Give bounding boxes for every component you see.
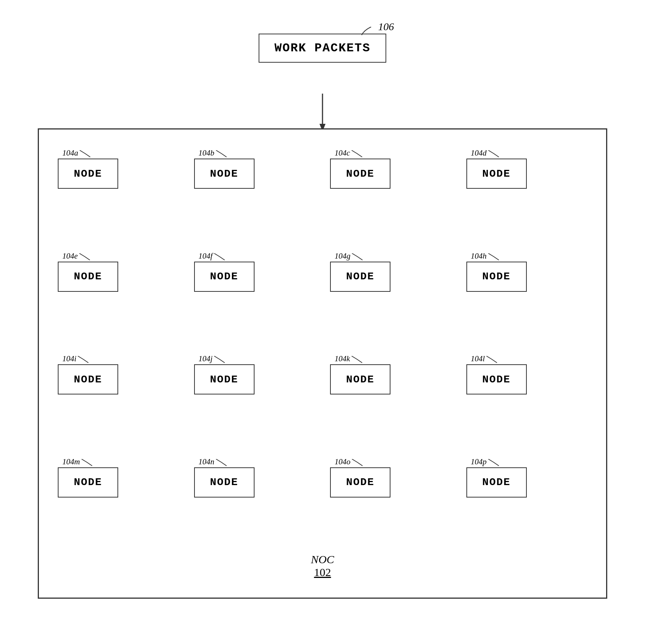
- node-cell-104g: 104gNODE: [326, 248, 455, 343]
- node-box-104b: NODE: [194, 159, 255, 189]
- node-ref-104k: 104k: [335, 354, 350, 364]
- noc-label: NOC 102: [311, 553, 334, 579]
- noc-text: NOC: [311, 553, 334, 566]
- node-ref-104l: 104l: [471, 354, 485, 364]
- curve-104o: [351, 459, 363, 467]
- node-box-104k: NODE: [330, 364, 390, 394]
- node-cell-104o: 104oNODE: [326, 453, 455, 549]
- work-packets-box: WORK PACKETS: [259, 34, 386, 63]
- ref-curve-106: [360, 27, 383, 35]
- connector-arrow: [319, 94, 326, 131]
- node-ref-104e: 104e: [62, 251, 78, 261]
- curve-104n: [215, 459, 227, 467]
- node-inner-104e: 104eNODE: [58, 251, 118, 292]
- node-ref-104d: 104d: [471, 148, 487, 158]
- node-inner-104h: 104hNODE: [466, 251, 527, 292]
- curve-104p: [488, 459, 500, 467]
- nodes-grid: 104aNODE104bNODE104cNODE104dNODE104eNODE…: [54, 145, 591, 548]
- node-inner-104f: 104fNODE: [194, 251, 255, 292]
- node-inner-104l: 104lNODE: [466, 354, 527, 394]
- node-cell-104m: 104mNODE: [54, 453, 183, 549]
- node-box-104e: NODE: [58, 262, 118, 292]
- curve-104d: [488, 150, 500, 158]
- node-cell-104j: 104jNODE: [190, 350, 319, 446]
- noc-ref: 102: [311, 566, 334, 579]
- node-inner-104p: 104pNODE: [466, 457, 527, 498]
- node-cell-104p: 104pNODE: [463, 453, 591, 549]
- curve-104b: [215, 150, 227, 158]
- node-box-104c: NODE: [330, 159, 390, 189]
- node-cell-104b: 104bNODE: [190, 145, 319, 240]
- node-inner-104j: 104jNODE: [194, 354, 255, 394]
- node-ref-104i: 104i: [62, 354, 76, 364]
- node-box-104l: NODE: [466, 364, 527, 394]
- node-ref-104h: 104h: [471, 251, 487, 261]
- node-box-104j: NODE: [194, 364, 255, 394]
- node-cell-104f: 104fNODE: [190, 248, 319, 343]
- node-ref-104a: 104a: [62, 148, 78, 158]
- curve-104l: [486, 356, 498, 364]
- curve-104e: [79, 253, 91, 261]
- node-cell-104n: 104nNODE: [190, 453, 319, 549]
- node-cell-104e: 104eNODE: [54, 248, 183, 343]
- node-box-104d: NODE: [466, 159, 527, 189]
- node-ref-104g: 104g: [335, 251, 350, 261]
- arrow-down: [319, 94, 326, 133]
- node-inner-104o: 104oNODE: [330, 457, 390, 498]
- node-ref-104m: 104m: [62, 457, 80, 467]
- curve-104m: [81, 459, 93, 467]
- curve-104h: [488, 253, 500, 261]
- node-inner-104n: 104nNODE: [194, 457, 255, 498]
- curve-104k: [351, 356, 363, 364]
- node-box-104m: NODE: [58, 467, 118, 498]
- curve-104j: [213, 356, 225, 364]
- node-inner-104k: 104kNODE: [330, 354, 390, 394]
- node-ref-104c: 104c: [335, 148, 350, 158]
- node-box-104p: NODE: [466, 467, 527, 498]
- node-ref-104n: 104n: [199, 457, 214, 467]
- node-box-104n: NODE: [194, 467, 255, 498]
- node-box-104g: NODE: [330, 262, 390, 292]
- node-cell-104k: 104kNODE: [326, 350, 455, 446]
- noc-container: 104aNODE104bNODE104cNODE104dNODE104eNODE…: [38, 128, 607, 599]
- node-cell-104i: 104iNODE: [54, 350, 183, 446]
- node-cell-104h: 104hNODE: [463, 248, 591, 343]
- node-ref-104j: 104j: [199, 354, 213, 364]
- curve-104c: [351, 150, 363, 158]
- node-cell-104c: 104cNODE: [326, 145, 455, 240]
- node-ref-104o: 104o: [335, 457, 350, 467]
- curve-104a: [79, 150, 91, 158]
- node-box-104i: NODE: [58, 364, 118, 394]
- node-box-104a: NODE: [58, 159, 118, 189]
- node-inner-104i: 104iNODE: [58, 354, 118, 394]
- node-inner-104b: 104bNODE: [194, 148, 255, 189]
- curve-104f: [213, 253, 225, 261]
- node-ref-104p: 104p: [471, 457, 487, 467]
- node-box-104o: NODE: [330, 467, 390, 498]
- node-cell-104a: 104aNODE: [54, 145, 183, 240]
- node-inner-104d: 104dNODE: [466, 148, 527, 189]
- diagram: 106 WORK PACKETS 104aNODE104bNODE104cNOD…: [0, 0, 645, 644]
- node-box-104f: NODE: [194, 262, 255, 292]
- node-ref-104f: 104f: [199, 251, 213, 261]
- node-ref-104b: 104b: [199, 148, 214, 158]
- node-cell-104l: 104lNODE: [463, 350, 591, 446]
- node-inner-104m: 104mNODE: [58, 457, 118, 498]
- node-inner-104a: 104aNODE: [58, 148, 118, 189]
- curve-104g: [351, 253, 363, 261]
- curve-104i: [77, 356, 89, 364]
- node-cell-104d: 104dNODE: [463, 145, 591, 240]
- node-inner-104c: 104cNODE: [330, 148, 390, 189]
- node-inner-104g: 104gNODE: [330, 251, 390, 292]
- node-box-104h: NODE: [466, 262, 527, 292]
